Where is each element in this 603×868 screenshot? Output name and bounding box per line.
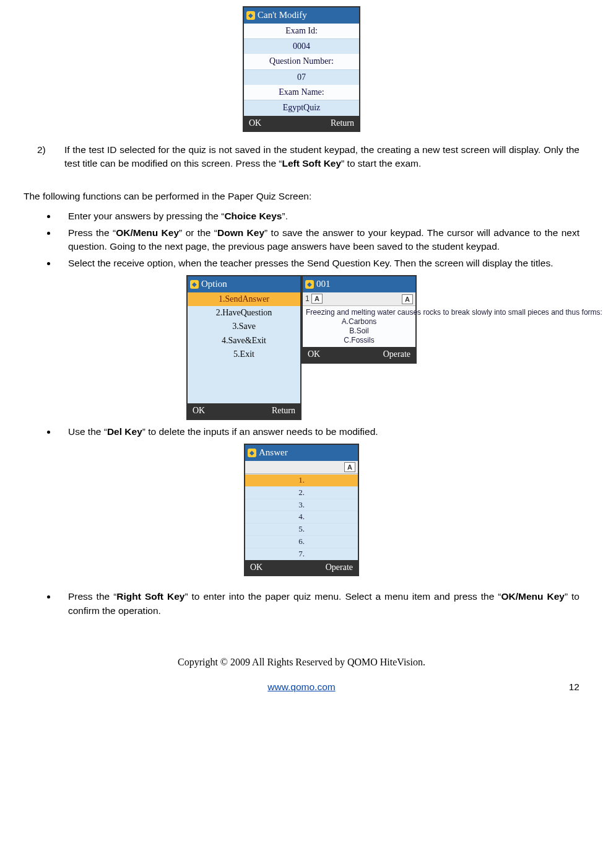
question-header: 1 A A <box>303 292 415 306</box>
answer-row-3[interactable]: 3. <box>245 499 358 511</box>
phone-option: ◆ Option 1.SendAnswer 2.HaveQuestion 3.S… <box>186 275 302 420</box>
softkey-ok[interactable]: OK <box>249 117 261 129</box>
step-2: 2) If the test ID selected for the quiz … <box>37 143 579 171</box>
option-saveexit[interactable]: 4.Save&Exit <box>188 334 300 348</box>
phone-question: ◆ 001 1 A A Freezing and melting water c… <box>302 275 417 363</box>
softkey-ok[interactable]: OK <box>193 405 205 417</box>
phone2b-title: 001 <box>316 278 331 291</box>
bullet-right-soft-key: Press the “Right Soft Key” to enter into… <box>57 590 579 618</box>
answer-row-2[interactable]: 2. <box>245 486 358 499</box>
answer-row-5[interactable]: 5. <box>245 523 358 535</box>
q-number: 1 <box>305 294 310 303</box>
app-icon: ◆ <box>248 449 256 457</box>
intro-text: The following functions can be performed… <box>24 190 579 203</box>
phone3-softbar: OK Operate <box>245 560 358 575</box>
phone2a-titlebar: ◆ Option <box>188 276 300 292</box>
bullet-receive: Select the receive option, when the teac… <box>57 256 579 270</box>
app-icon: ◆ <box>190 280 199 289</box>
answer-rows: 1. 2. 3. 4. 5. 6. 7. <box>245 474 358 560</box>
phone3-titlebar: ◆ Answer <box>245 445 358 461</box>
phone2a-softbar: OK Return <box>188 403 300 418</box>
phone1-softbar: OK Return <box>244 116 359 131</box>
option-save[interactable]: 3.Save <box>188 320 300 333</box>
page-number: 12 <box>569 680 579 694</box>
q-text: Freezing and melting water causes rocks … <box>306 308 412 317</box>
answer-row-1[interactable]: 1. <box>245 474 358 486</box>
phone2b-softbar: OK Operate <box>303 347 415 362</box>
answer-badge: A <box>344 462 355 472</box>
bullet-del-key: Use the “Del Key” to delete the inputs i… <box>57 425 579 439</box>
q-mode: A <box>311 294 323 304</box>
phone2b-titlebar: ◆ 001 <box>303 276 415 292</box>
phone3-title: Answer <box>259 446 288 460</box>
bullet-ok-menu: Press the “OK/Menu Key” or the “Down Key… <box>57 226 579 254</box>
app-icon: ◆ <box>305 280 314 289</box>
step-2-text: If the test ID selected for the quiz is … <box>64 143 579 171</box>
question-body: Freezing and melting water causes rocks … <box>303 306 415 347</box>
answer-row-6[interactable]: 6. <box>245 535 358 548</box>
phone2a-title: Option <box>201 278 227 291</box>
softkey-operate[interactable]: Operate <box>326 561 353 574</box>
website-link[interactable]: www.qomo.com <box>267 680 335 694</box>
option-exit[interactable]: 5.Exit <box>188 348 300 361</box>
app-icon: ◆ <box>246 11 255 20</box>
step2-bold: Left Soft Key <box>282 158 342 169</box>
step-2-num: 2) <box>37 143 51 171</box>
answer-row-4[interactable]: 4. <box>245 511 358 523</box>
option-havequestion[interactable]: 2.HaveQuestion <box>188 306 300 320</box>
examid-label: Exam Id: <box>244 24 359 39</box>
qnum-value: 07 <box>244 70 359 85</box>
q-opt-a: A.Carbons <box>306 317 412 327</box>
softkey-return[interactable]: Return <box>272 405 295 417</box>
q-opt-b: B.Soil <box>306 327 412 336</box>
examname-value: EgyptQuiz <box>244 100 359 115</box>
softkey-ok[interactable]: OK <box>250 561 262 574</box>
copyright: Copyright © 2009 All Rights Reserved by … <box>24 655 579 669</box>
phone-answer: ◆ Answer A 1. 2. 3. 4. 5. 6. 7. OK Opera… <box>244 444 359 576</box>
q-opt-c: C.Fossils <box>306 336 412 345</box>
phone1-titlebar: ◆ Can't Modify <box>244 7 359 24</box>
softkey-return[interactable]: Return <box>331 117 354 129</box>
examname-label: Exam Name: <box>244 85 359 100</box>
softkey-operate[interactable]: Operate <box>383 348 410 361</box>
softkey-ok[interactable]: OK <box>308 348 320 361</box>
option-list: 1.SendAnswer 2.HaveQuestion 3.Save 4.Sav… <box>188 292 300 403</box>
qnum-label: Question Number: <box>244 54 359 69</box>
phone1-title: Can't Modify <box>258 9 307 22</box>
option-sendanswer[interactable]: 1.SendAnswer <box>188 292 300 306</box>
examid-value: 0004 <box>244 39 359 54</box>
q-answer-badge: A <box>402 294 413 304</box>
bullet-choice-keys: Enter your answers by pressing the “Choi… <box>57 209 579 223</box>
step2-text-b: ” to start the exam. <box>341 158 421 169</box>
answer-row-7[interactable]: 7. <box>245 548 358 560</box>
answer-header: A <box>245 461 358 474</box>
phone-cant-modify: ◆ Can't Modify Exam Id: 0004 Question Nu… <box>243 6 360 132</box>
